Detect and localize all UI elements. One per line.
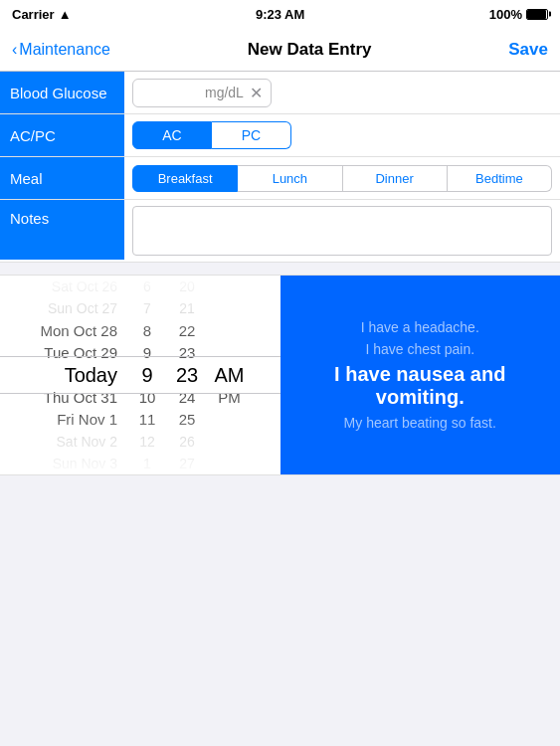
acpc-label: AC/PC	[0, 114, 124, 156]
picker-hour-6: 6	[143, 276, 151, 297]
hour-column: 6 7 8 9 9 10 11 12 1	[127, 276, 167, 474]
picker-hour-10: 10	[139, 387, 156, 409]
chevron-left-icon: ‹	[12, 41, 17, 59]
battery-icon	[526, 9, 548, 20]
picker-section: Sat Oct 26 Sun Oct 27 Mon Oct 28 Tue Oct…	[0, 275, 560, 475]
picker-date-sun-nov-3: Sun Nov 3	[53, 453, 117, 474]
dinner-button[interactable]: Dinner	[343, 165, 448, 192]
back-label: Maintenance	[19, 41, 110, 59]
acpc-row: AC/PC AC PC	[0, 114, 560, 157]
picker-min-selected: 23	[176, 364, 198, 387]
picker-rows: Sat Oct 26 Sun Oct 27 Mon Oct 28 Tue Oct…	[0, 276, 280, 474]
nav-bar: ‹ Maintenance New Data Entry Save	[0, 28, 560, 72]
back-button[interactable]: ‹ Maintenance	[12, 41, 110, 59]
picker-min-24: 24	[179, 387, 196, 409]
status-time: 9:23 AM	[256, 7, 304, 22]
battery-percent: 100%	[489, 7, 522, 22]
picker-hour-9: 9	[143, 341, 151, 363]
page-title: New Data Entry	[248, 40, 372, 60]
picker-hour-7: 7	[143, 297, 151, 319]
carrier-label: Carrier	[12, 7, 55, 22]
minute-column: 20 21 22 23 23 24 25 26 27	[167, 276, 207, 474]
blood-glucose-input[interactable]	[141, 85, 201, 101]
clear-glucose-button[interactable]: ✕	[250, 84, 263, 102]
picker-hour-1: 1	[143, 453, 151, 474]
glucose-input-wrap: mg/dL ✕	[132, 79, 272, 107]
picker-min-20: 20	[179, 276, 195, 297]
picker-hour-8: 8	[143, 319, 151, 341]
meal-row: Meal Breakfast Lunch Dinner Bedtime	[0, 157, 560, 200]
picker-date-sat-oct-26: Sat Oct 26	[52, 276, 117, 297]
lunch-button[interactable]: Lunch	[238, 165, 342, 192]
picker-date-today: Today	[65, 364, 117, 387]
picker-hour-12: 12	[139, 431, 155, 453]
symptom-heart-beating: My heart beating so fast.	[344, 415, 496, 431]
picker-date-mon-oct-28: Mon Oct 28	[40, 319, 117, 341]
wifi-icon: ▲	[59, 7, 72, 22]
notes-label: Notes	[0, 200, 124, 260]
status-carrier: Carrier ▲	[12, 7, 72, 22]
blood-glucose-label: Blood Glucose	[0, 72, 124, 113]
blood-glucose-row: Blood Glucose mg/dL ✕	[0, 72, 560, 114]
picker-min-23: 23	[179, 341, 196, 363]
picker-date-sat-nov-2: Sat Nov 2	[57, 431, 117, 453]
breakfast-button[interactable]: Breakfast	[132, 165, 238, 192]
form-area: Blood Glucose mg/dL ✕ AC/PC AC PC Meal B…	[0, 72, 560, 263]
picker-min-27: 27	[179, 453, 195, 474]
symptom-nausea: I have nausea and vomiting.	[296, 363, 545, 409]
date-time-picker[interactable]: Sat Oct 26 Sun Oct 27 Mon Oct 28 Tue Oct…	[0, 276, 280, 474]
picker-min-22: 22	[179, 319, 196, 341]
picker-date-thu-oct-31: Thu Oct 31	[44, 387, 117, 409]
notes-input[interactable]	[132, 206, 552, 256]
bedtime-button[interactable]: Bedtime	[448, 165, 552, 192]
picker-hour-today: 9	[141, 364, 152, 387]
pc-button[interactable]: PC	[212, 121, 291, 149]
meal-options: Breakfast Lunch Dinner Bedtime	[124, 161, 560, 196]
symptom-picker[interactable]: I have a headache. I have chest pain. I …	[280, 276, 561, 474]
symptom-chest-pain: I have chest pain.	[365, 341, 474, 357]
picker-date-sun-oct-27: Sun Oct 27	[48, 297, 117, 319]
status-battery-area: 100%	[489, 7, 548, 22]
notes-row: Notes	[0, 200, 560, 263]
picker-min-21: 21	[179, 297, 195, 319]
picker-min-26: 26	[179, 431, 195, 453]
symptom-headache: I have a headache.	[361, 319, 479, 335]
picker-date-fri-nov-1: Fri Nov 1	[57, 409, 117, 431]
picker-date-tue-oct-29: Tue Oct 29	[44, 341, 117, 363]
picker-ampm-am: AM	[215, 364, 245, 387]
meal-label: Meal	[0, 157, 124, 199]
acpc-options: AC PC	[124, 117, 560, 153]
picker-min-25: 25	[179, 409, 196, 431]
save-button[interactable]: Save	[508, 40, 548, 60]
ac-button[interactable]: AC	[132, 121, 212, 149]
blood-glucose-input-area: mg/dL ✕	[124, 75, 560, 111]
picker-hour-11: 11	[139, 409, 156, 431]
picker-ampm-pm: PM	[218, 387, 241, 409]
date-column: Sat Oct 26 Sun Oct 27 Mon Oct 28 Tue Oct…	[8, 276, 127, 474]
status-bar: Carrier ▲ 9:23 AM 100%	[0, 0, 560, 28]
ampm-column: AM PM	[207, 276, 252, 474]
glucose-unit: mg/dL	[205, 85, 244, 100]
symptom-picker-wrapper[interactable]: I have a headache. I have chest pain. I …	[280, 276, 561, 474]
